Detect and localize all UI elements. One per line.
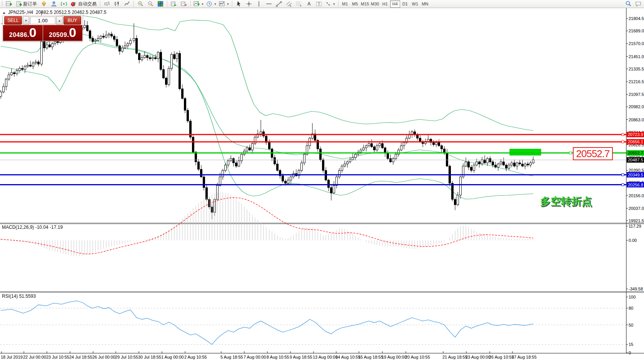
toolbar-periods-button[interactable]: ▼	[205, 0, 218, 8]
toolbar-grip[interactable]	[2, 1, 3, 7]
candle-bullish	[0, 92, 2, 96]
experts-icon	[41, 1, 47, 7]
candle-bullish	[35, 62, 37, 63]
candle-bearish	[119, 46, 121, 51]
candle-bullish	[176, 53, 178, 59]
toolbar-tile-windows-button[interactable]	[155, 0, 165, 8]
toolbar-signals-button[interactable]	[59, 0, 69, 8]
candle-bullish	[481, 159, 483, 164]
crosshair-icon	[246, 1, 252, 7]
rsi-label: RSI(14) 51.5593	[2, 294, 36, 299]
candle-bearish	[371, 144, 373, 147]
candle-bearish	[138, 53, 140, 60]
timeframe-mn-button[interactable]: MN	[420, 0, 430, 8]
chevron-down-icon[interactable]: ▼	[227, 3, 229, 5]
svg-text:A: A	[307, 1, 311, 7]
toolbar-chart-shift-button[interactable]	[179, 0, 189, 8]
timeframe-h1-button[interactable]: H1	[380, 0, 390, 8]
toolbar-chat-button[interactable]	[633, 0, 643, 8]
timeframe-m1-button[interactable]: M1	[340, 0, 350, 8]
annotation-text[interactable]: 多空转折点	[540, 195, 592, 208]
candle-bearish	[182, 89, 184, 98]
candle-bullish	[24, 66, 26, 69]
candle-bearish	[22, 69, 23, 70]
candle-bullish	[344, 164, 346, 166]
candle-bullish	[530, 163, 532, 165]
candle-bullish	[333, 185, 335, 193]
toolbar-trend-line-button[interactable]	[274, 0, 284, 8]
candle-bullish	[341, 166, 343, 170]
sell-price[interactable]: 20486.0	[3, 25, 43, 41]
chevron-down-icon[interactable]: ▼	[201, 3, 204, 5]
toolbar-line-chart-button[interactable]	[122, 0, 132, 8]
toolbar-templates-button[interactable]: ▼	[218, 0, 230, 8]
timeframe-m15-button[interactable]: M15	[360, 0, 370, 8]
text-icon: A	[306, 1, 312, 7]
svg-text:T: T	[318, 2, 320, 6]
toolbar-autotrading-label: 自动交易	[78, 1, 97, 7]
buy-price[interactable]: 20509.0	[43, 25, 83, 41]
candle-bullish	[222, 170, 224, 177]
toolbar-fibonacci-button[interactable]: F	[294, 0, 304, 8]
hline-resistance-1-handle[interactable]	[622, 133, 624, 136]
candle-bearish	[38, 62, 40, 64]
hline-pivot-green-handle[interactable]	[569, 152, 572, 154]
candle-bearish	[419, 138, 421, 141]
hline-support-2-handle[interactable]	[622, 184, 624, 186]
toolbar-text-label-button[interactable]: T	[314, 0, 324, 8]
chevron-down-icon[interactable]: ▼	[333, 3, 335, 5]
candle-bullish	[27, 65, 29, 66]
chevron-down-icon[interactable]: ▼	[214, 3, 217, 5]
timeframe-m30-button[interactable]: M30	[370, 0, 380, 8]
toolbar-text-button[interactable]: A	[304, 0, 314, 8]
candle-bearish	[160, 52, 162, 70]
toolbar-zoom-in-button[interactable]	[135, 0, 145, 8]
timeframe-d1-button[interactable]: D1	[400, 0, 410, 8]
collapse-arrow-icon[interactable]: ▲	[2, 11, 6, 15]
toolbar-new-chart-button[interactable]	[4, 0, 14, 8]
toolbar-equidistant-channel-button[interactable]: E	[284, 0, 294, 8]
candle-bullish	[301, 163, 303, 171]
date-tick-label: 21 Aug 18:55	[442, 355, 467, 359]
hline-support-1-handle[interactable]	[622, 174, 624, 176]
toolbar-auto-scroll-button[interactable]	[169, 0, 179, 8]
date-tick-label: 1 Aug 00:00	[161, 355, 184, 359]
toolbar-cursor-button[interactable]	[234, 0, 244, 8]
volume-increase-button[interactable]: ▲	[56, 16, 63, 25]
green-rectangle-annotation[interactable]	[510, 149, 541, 155]
price-callout[interactable]: 20552.7	[573, 147, 613, 160]
candle-bullish	[465, 162, 467, 166]
volume-decrease-button[interactable]: ▼	[23, 16, 29, 25]
candle-bearish	[492, 162, 494, 165]
candle-bullish	[403, 143, 405, 146]
candle-bullish	[11, 73, 13, 75]
timeframe-h4-button[interactable]: H4	[390, 0, 400, 8]
candle-bearish	[149, 58, 151, 59]
buy-button[interactable]: BUY	[63, 16, 81, 25]
toolbar-autotrading-button[interactable]: 自动交易	[69, 0, 98, 8]
toolbar-experts-button[interactable]	[39, 0, 49, 8]
candle-bearish	[113, 36, 115, 39]
toolbar-candle-chart-button[interactable]	[112, 0, 122, 8]
toolbar-arrows-button[interactable]: ▼	[324, 0, 337, 8]
timeframe-m5-button[interactable]: M5	[350, 0, 360, 8]
toolbar-bar-chart-button[interactable]	[102, 0, 112, 8]
volume-input[interactable]: 1.00	[30, 17, 55, 24]
horizontal-line-icon	[266, 1, 272, 7]
toolbar-zoom-out-button[interactable]	[145, 0, 155, 8]
toolbar-indicators-button[interactable]: ▼	[192, 0, 205, 8]
timeframe-w1-button[interactable]: W1	[410, 0, 420, 8]
candle-bullish	[347, 162, 349, 164]
hline-resistance-2-handle[interactable]	[622, 141, 624, 143]
candle-bullish	[352, 158, 354, 160]
toolbar-new-order-button[interactable]: 新订单	[14, 0, 39, 8]
candle-bearish	[57, 42, 59, 43]
toolbar-horizontal-line-button[interactable]	[264, 0, 274, 8]
toolbar-publisher-button[interactable]	[49, 0, 59, 8]
toolbar-search-button[interactable]	[623, 0, 633, 8]
date-tick-label: 23 Jul 10:55	[46, 355, 69, 359]
sell-button[interactable]: SELL	[4, 16, 22, 25]
toolbar-vertical-line-button[interactable]	[254, 0, 264, 8]
candle-bearish	[179, 53, 181, 89]
toolbar-crosshair-button[interactable]	[244, 0, 254, 8]
